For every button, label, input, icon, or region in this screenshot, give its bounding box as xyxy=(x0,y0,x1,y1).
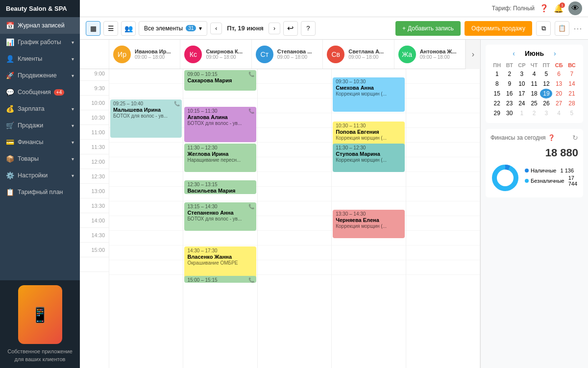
sidebar-item-goods[interactable]: 📦 Товары ▾ xyxy=(0,150,80,167)
appt-smehova[interactable]: 09:30 – 10:30 Смехова Анна Коррекция мор… xyxy=(333,77,404,112)
appt-1500[interactable]: 15:00 – 15:15 📞 xyxy=(184,276,256,283)
info-button[interactable]: ? xyxy=(301,21,316,36)
appt-sakhova[interactable]: 09:00 – 10:15 Сахарова Мария 📞 xyxy=(184,70,256,91)
cal-day[interactable]: 1 xyxy=(515,108,528,118)
cal-day[interactable]: 18 xyxy=(528,89,540,98)
cal-day[interactable]: 5 xyxy=(565,108,578,118)
grid-scroll[interactable]: 9:00 9:30 10:00 10:30 11:00 11:30 12:00 … xyxy=(80,69,480,368)
list-view-button[interactable]: ☰ xyxy=(103,21,118,36)
staff-view-button[interactable]: 👥 xyxy=(121,21,136,36)
next-date-button[interactable]: › xyxy=(269,23,280,34)
finance-legend: Наличные 1 136 Безналичные 17 744 xyxy=(525,168,578,188)
cal-day[interactable]: 26 xyxy=(540,98,552,108)
chat-icon: 💬 xyxy=(6,88,14,96)
staff-cell-1: Кс Смирнова К... 09:00 – 18:00 xyxy=(180,40,251,69)
cal-day[interactable]: 8 xyxy=(490,79,504,89)
cal-day[interactable]: 11 xyxy=(528,79,540,89)
cal-day[interactable]: 1 xyxy=(490,69,504,79)
cal-day[interactable]: 24 xyxy=(515,98,528,108)
cal-day[interactable]: 20 xyxy=(552,89,565,98)
cal-day[interactable]: 3 xyxy=(540,108,552,118)
app-logo: Beauty Salon & SPA xyxy=(0,0,80,17)
sidebar-item-salary[interactable]: 💰 Зарплата ▾ xyxy=(0,100,80,117)
tariff-label: Тариф: Полный xyxy=(492,5,535,12)
appt-agapova[interactable]: 10:15 – 11:30 Агапова Алина БОТОХ для во… xyxy=(184,107,256,142)
svg-point-2 xyxy=(497,170,513,186)
cal-day[interactable]: 7 xyxy=(565,69,578,79)
filter-dropdown[interactable]: Все элементы 31 ▾ xyxy=(139,21,207,36)
staff-next-button[interactable]: › xyxy=(466,40,480,69)
sidebar-item-tariff[interactable]: 📋 Тарифный план xyxy=(0,184,80,200)
appt-malysheva[interactable]: 09:25 – 10:40 Малышева Ирина БОТОХ для в… xyxy=(110,99,182,138)
cal-day[interactable]: 21 xyxy=(565,89,578,98)
appt-vasilyeva[interactable]: 12:30 – 13:15 Васильева Мария LPG-массаж xyxy=(184,180,256,194)
cal-day[interactable]: 27 xyxy=(552,98,565,108)
rocket-icon: 🚀 xyxy=(6,72,14,79)
cal-day[interactable]: 12 xyxy=(540,79,552,89)
cal-day[interactable]: 4 xyxy=(528,69,540,79)
cal-day[interactable]: 25 xyxy=(528,98,540,108)
cal-day[interactable]: 2 xyxy=(504,69,515,79)
tariff-icon: 📋 xyxy=(6,188,14,196)
appt-vlasenko[interactable]: 14:30 – 17:30 Власенко Жанна Окрашивание… xyxy=(184,246,256,280)
phone-icon: 📞 xyxy=(248,72,254,77)
cal-day[interactable]: 15 xyxy=(490,89,504,98)
more-options-icon[interactable]: ⋯ xyxy=(573,23,582,34)
calendar-area: Ир Иванова Ир... 09:00 – 18:00 Кс Смирно… xyxy=(80,40,480,368)
prev-month-button[interactable]: ‹ xyxy=(513,49,515,57)
sidebar-item-settings[interactable]: ⚙️ Настройки ▾ xyxy=(0,167,80,184)
cal-day[interactable]: 10 xyxy=(515,79,528,89)
cal-day[interactable]: 13 xyxy=(552,79,565,89)
sidebar-item-sales[interactable]: 🛒 Продажи ▾ xyxy=(0,117,80,134)
sell-button[interactable]: Оформить продажу xyxy=(465,21,532,36)
sidebar-item-schedule[interactable]: 📊 График работы ▾ xyxy=(0,34,80,50)
sidebar: Beauty Salon & SPA 📅 Журнал записей 📊 Гр… xyxy=(0,0,80,368)
chart-icon: 📊 xyxy=(6,38,14,46)
grid-col-1: 09:00 – 10:15 Сахарова Мария 📞 10:15 – 1… xyxy=(183,69,257,368)
current-date: Пт, 19 июня xyxy=(225,25,266,32)
phone-icon: 📞 xyxy=(248,277,254,283)
cal-day[interactable]: 6 xyxy=(552,69,565,79)
next-month-button[interactable]: › xyxy=(554,49,556,57)
cal-day[interactable]: 22 xyxy=(490,98,504,108)
cash-legend-dot xyxy=(525,169,529,172)
cal-day[interactable]: 9 xyxy=(504,79,515,89)
add-record-button[interactable]: + Добавить запись xyxy=(395,21,461,36)
user-avatar[interactable]: 👁 xyxy=(568,1,582,15)
right-panel: ‹ Июнь › ПН ВТ СР ЧТ ПТ xyxy=(480,40,588,368)
return-today-button[interactable]: ↩ xyxy=(283,21,298,36)
staff-cell-0: Ир Иванова Ир... 09:00 – 18:00 xyxy=(109,40,180,69)
cal-day[interactable]: 5 xyxy=(540,69,552,79)
appt-zheglova[interactable]: 11:30 – 12:30 Жеглова Ирина Наращивание … xyxy=(184,144,256,172)
cal-day[interactable]: 23 xyxy=(504,98,515,108)
cal-day[interactable]: 3 xyxy=(515,69,528,79)
sidebar-item-journal[interactable]: 📅 Журнал записей xyxy=(0,17,80,34)
appt-stepanenko[interactable]: 13:15 – 14:30 Степаненко Анна БОТОХ для … xyxy=(184,202,256,231)
cal-day[interactable]: 30 xyxy=(504,108,515,118)
cal-day[interactable]: 16 xyxy=(504,89,515,98)
copy-button[interactable]: ⧉ xyxy=(536,21,551,36)
sidebar-item-promo[interactable]: 🚀 Продвижение ▾ xyxy=(0,67,80,84)
grid-view-button[interactable]: ▦ xyxy=(86,21,100,36)
paste-button[interactable]: 📋 xyxy=(555,21,569,36)
cal-day[interactable]: 14 xyxy=(565,79,578,89)
cal-day[interactable]: 2 xyxy=(528,108,540,118)
sidebar-item-messages[interactable]: 💬 Сообщения +4 xyxy=(0,84,80,100)
finance-refresh-icon[interactable]: ↻ xyxy=(572,134,578,142)
sidebar-item-finances[interactable]: 💳 Финансы ▾ xyxy=(0,134,80,150)
grid-col-3: 09:30 – 10:30 Смехова Анна Коррекция мор… xyxy=(332,69,406,368)
appt-chernyaeva[interactable]: 13:30 – 14:30 Черняева Елена Коррекция м… xyxy=(333,210,404,238)
cal-day[interactable]: 29 xyxy=(490,108,504,118)
appt-stupova[interactable]: 11:30 – 12:30 Ступова Марина Коррекция м… xyxy=(333,144,404,172)
prev-date-button[interactable]: ‹ xyxy=(210,23,222,34)
staff-avatar-4: Жа xyxy=(398,46,416,63)
sidebar-item-clients[interactable]: 👤 Клиенты ▾ xyxy=(0,50,80,67)
user-icon: 👤 xyxy=(6,55,14,63)
help-icon[interactable]: ❓ xyxy=(539,4,549,13)
finance-total: 18 880 xyxy=(490,147,578,159)
cal-day[interactable]: 17 xyxy=(515,89,528,98)
cal-day-today[interactable]: 19 xyxy=(540,89,552,98)
finance-help-icon[interactable]: ❓ xyxy=(548,134,555,141)
cal-day[interactable]: 28 xyxy=(565,98,578,108)
cal-day[interactable]: 4 xyxy=(552,108,565,118)
